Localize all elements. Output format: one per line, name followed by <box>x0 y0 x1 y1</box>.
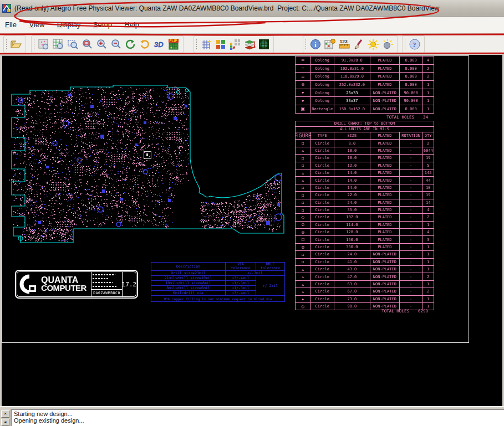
fineprint-row <box>93 282 113 283</box>
table-cell: PLATED <box>370 192 400 199</box>
table-cell: Rectangle <box>311 105 334 114</box>
table-cell: NON-PLATED <box>370 281 400 288</box>
table-cell: 6044 <box>422 147 434 155</box>
zoom-out-button[interactable] <box>109 37 123 52</box>
table-cell: = <box>296 57 311 65</box>
console-line: Opening existing design... <box>14 417 502 424</box>
board-revision: 17.2 <box>122 272 136 296</box>
tolerance-footer-note: 95% copper filling is our minimum reques… <box>151 296 285 302</box>
component-placement-button[interactable] <box>228 37 242 52</box>
table-cell: 114.0 <box>334 222 370 229</box>
table-cell: 10 <box>422 184 434 192</box>
table-cell: 4 <box>422 57 434 65</box>
table-cell: - <box>400 140 422 147</box>
table-cell: 35.0 <box>334 207 370 214</box>
table-cell: Oblong <box>311 97 334 105</box>
zoom-fit-button[interactable] <box>37 37 51 52</box>
tolerance-row-desc: Drill size≥21mil <box>151 271 226 276</box>
open-file-button[interactable] <box>9 37 23 52</box>
table-cell: Circle <box>311 199 334 207</box>
info-icon: i <box>309 38 322 50</box>
table-cell: 0.000 <box>400 57 422 65</box>
table-cell: TYPE <box>311 132 334 140</box>
table-cell: ▫ <box>296 140 311 147</box>
quanta-logo-icon <box>17 272 41 296</box>
table-cell: Circle <box>311 192 334 199</box>
table-cell: PLATED <box>370 170 400 177</box>
grid-toggle-button[interactable] <box>199 37 213 52</box>
zoom-points-icon <box>67 38 79 50</box>
table-cell: - <box>400 281 422 288</box>
menu-help[interactable]: Help <box>119 17 144 32</box>
table-cell: PLATED <box>370 162 400 170</box>
dim-button[interactable] <box>380 37 395 52</box>
cross-section-button[interactable] <box>242 37 257 52</box>
element-info-button[interactable]: i <box>308 37 323 52</box>
console-log[interactable]: Starting new design... Opening existing … <box>11 409 504 426</box>
table-cell: 1 <box>422 222 434 229</box>
table-cell: 1 <box>422 296 434 303</box>
table-row: ▵Circle43.0NON-PLATED-1 <box>296 266 434 273</box>
report-table-icon <box>324 38 336 50</box>
flip-board-button[interactable]: FLIP <box>166 37 181 52</box>
table-cell: ⊕ <box>296 81 311 89</box>
color-swatches-icon <box>215 38 227 50</box>
design-canvas-viewport[interactable]: =Oblong91.0x28.0PLATED0.0004=Oblong102.0… <box>2 55 502 406</box>
table-cell: PLATED <box>370 236 400 243</box>
table-cell: NON-PLATED <box>370 97 400 105</box>
table-cell: Circle <box>311 259 334 266</box>
menu-display[interactable]: Display <box>52 17 86 32</box>
menu-file[interactable]: File <box>0 17 22 32</box>
table-cell: Circle <box>311 184 334 192</box>
table-cell: - <box>400 147 422 155</box>
table-cell: 102.0 <box>334 214 370 221</box>
unrats-button[interactable] <box>138 37 152 52</box>
table-cell: PLATED <box>370 207 400 214</box>
table-cell: - <box>400 288 422 295</box>
table-cell: 150.0 <box>334 236 370 243</box>
table-cell: ▵ <box>296 147 311 155</box>
table-cell: - <box>400 244 422 251</box>
zoom-world-button[interactable] <box>51 37 65 52</box>
brightness-button[interactable] <box>366 37 380 52</box>
table-row: ▵Circle10.0PLATED-6044 <box>296 147 434 155</box>
table-row: ▫Circle24.0PLATED-14 <box>296 199 434 207</box>
layer-stack-icon <box>243 38 256 50</box>
table-cell: ⊗ <box>296 244 311 251</box>
3d-view-button[interactable]: 3D <box>152 37 166 52</box>
table-row: =Oblong118.0x29.0PLATED0.0002 <box>296 73 434 81</box>
toolbar-group-help: ? <box>402 35 425 53</box>
console-close-button[interactable]: × <box>1 410 9 418</box>
table-cell: Circle <box>311 288 334 295</box>
redraw-icon <box>124 38 136 50</box>
color-dialog-button[interactable] <box>213 37 228 52</box>
table-cell: ▫ <box>296 162 311 170</box>
table-cell: 2 <box>422 273 434 280</box>
redraw-button[interactable] <box>123 37 138 52</box>
table-cell: FIGURE <box>296 132 311 140</box>
zoom-in-button[interactable] <box>94 37 109 52</box>
menu-setup[interactable]: Setup <box>88 17 117 32</box>
highlight-button[interactable] <box>352 37 366 52</box>
table-cell: 19 <box>422 155 434 162</box>
shadow-mode-button[interactable] <box>257 37 271 52</box>
table-cell: 1 <box>422 251 434 258</box>
table-cell: Circle <box>311 244 334 251</box>
help-button[interactable]: ? <box>408 37 422 52</box>
menu-view[interactable]: View <box>24 17 49 32</box>
toolbar-group-info: i 123 <box>303 35 398 53</box>
table-cell: 22.0 <box>334 192 370 199</box>
table-cell: ▵ <box>296 266 311 273</box>
title-bar[interactable]: (Read only) Allegro Free Physical Viewer… <box>0 0 504 17</box>
zoom-selection-button[interactable] <box>80 37 94 52</box>
reports-button[interactable] <box>323 37 337 52</box>
measure-button[interactable]: 123 <box>337 37 352 52</box>
command-console: × ◂ Starting new design... Opening exist… <box>0 409 504 426</box>
console-collapse-button[interactable]: ◂ <box>1 419 9 426</box>
zoom-by-points-button[interactable] <box>65 37 80 52</box>
total-holes-value: 34 <box>423 115 428 120</box>
tolerance-row-desc: 10mil>drill size≥8mil <box>151 281 226 286</box>
table-cell: NON-PLATED <box>370 266 400 273</box>
tolerance-header-description: Description <box>151 263 226 271</box>
table-cell: 2 <box>422 214 434 221</box>
